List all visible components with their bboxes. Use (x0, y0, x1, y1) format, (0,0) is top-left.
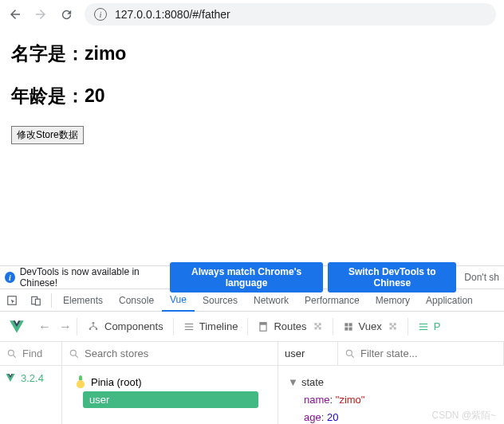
url-text: 127.0.0.1:8080/#/father (115, 8, 230, 21)
find-label: Find (22, 347, 42, 359)
vue-tab-components[interactable]: Components (77, 312, 173, 342)
page-content: 名字是：zimo 年龄是：20 修改Store数据 (0, 29, 504, 157)
svg-rect-14 (348, 327, 352, 330)
age-heading: 年龄是：20 (11, 84, 493, 108)
vue-back-button[interactable]: ← (38, 320, 51, 334)
tab-performance[interactable]: Performance (297, 289, 368, 312)
svg-point-20 (70, 350, 76, 355)
svg-rect-12 (348, 323, 352, 326)
switch-language-button[interactable]: Switch DevTools to Chinese (328, 262, 456, 292)
search-icon (345, 348, 356, 359)
selected-store-label: user (285, 347, 305, 359)
vue-tab-routes[interactable]: Routes (248, 312, 332, 342)
vuex-icon (343, 321, 354, 332)
apps-panel: 3.2.4 (0, 366, 62, 424)
address-bar[interactable]: i 127.0.0.1:8080/#/father (85, 3, 496, 26)
state-prop-name[interactable]: name: "zimo" (288, 391, 494, 409)
svg-line-19 (14, 355, 16, 357)
vue-tab-timeline[interactable]: Timeline (174, 312, 248, 342)
timeline-icon (183, 321, 195, 332)
svg-rect-13 (345, 327, 348, 330)
vue-version[interactable]: 3.2.4 (21, 372, 44, 384)
vue-forward-button[interactable]: → (59, 320, 72, 334)
plugin-icon (387, 321, 398, 332)
vue-version-icon (5, 372, 16, 383)
modify-store-button[interactable]: 修改Store数据 (11, 126, 84, 144)
svg-point-3 (93, 322, 95, 324)
svg-line-21 (76, 355, 78, 357)
device-toggle-icon[interactable] (30, 295, 41, 306)
stores-panel: Pinia (root) user (62, 366, 278, 424)
tab-elements[interactable]: Elements (55, 289, 111, 312)
svg-point-5 (96, 328, 98, 330)
pinia-tab-icon (418, 321, 429, 332)
vue-tab-pinia[interactable]: P (408, 312, 451, 342)
reload-button[interactable] (59, 7, 73, 22)
devtools-tabs: Elements Console Vue Sources Network Per… (0, 289, 504, 312)
vue-tab-vuex[interactable]: Vuex (333, 312, 408, 342)
tab-network[interactable]: Network (246, 289, 297, 312)
tab-application[interactable]: Application (418, 289, 481, 312)
name-heading: 名字是：zimo (11, 41, 493, 66)
notice-text: DevTools is now available in Chinese! (20, 266, 165, 289)
devtools-language-notice: i DevTools is now available in Chinese! … (0, 265, 504, 289)
vue-devtools-bar: ← → Components Timeline Routes Vuex P (0, 312, 504, 342)
components-icon (87, 320, 100, 333)
svg-rect-10 (260, 322, 266, 324)
info-icon: i (5, 272, 15, 283)
search-stores-input[interactable] (85, 347, 271, 359)
state-group[interactable]: ▼state (288, 374, 494, 391)
pinia-icon (75, 375, 86, 388)
svg-point-18 (8, 350, 14, 355)
back-button[interactable] (8, 7, 22, 22)
svg-line-23 (352, 355, 354, 357)
vue-logo-icon (8, 318, 26, 336)
selected-store-cell: user (278, 342, 338, 365)
filter-state-cell (338, 342, 504, 365)
always-match-button[interactable]: Always match Chrome's language (170, 262, 323, 292)
vue-devtools-panels: 3.2.4 Pinia (root) user ▼state name: "zi… (0, 366, 504, 424)
search-stores-cell (62, 342, 278, 365)
plugin-icon (312, 321, 323, 332)
pinia-root-item[interactable]: Pinia (root) (72, 374, 268, 390)
tab-sources[interactable]: Sources (195, 289, 246, 312)
dont-show-link[interactable]: Don't sh (461, 272, 499, 283)
collapse-triangle-icon[interactable]: ▼ (288, 376, 298, 388)
forward-button[interactable] (33, 7, 48, 22)
store-user-item[interactable]: user (83, 391, 258, 408)
search-icon (69, 348, 80, 359)
site-info-icon[interactable]: i (94, 8, 107, 21)
state-panel: ▼state name: "zimo" age: 20 (278, 366, 504, 424)
tab-memory[interactable]: Memory (368, 289, 418, 312)
tab-console[interactable]: Console (111, 289, 162, 312)
svg-point-22 (346, 350, 352, 355)
svg-rect-2 (35, 299, 40, 305)
inspect-icon[interactable] (6, 295, 18, 306)
search-row: Find user (0, 342, 504, 366)
vue-history-nav: ← → (33, 320, 77, 334)
svg-point-4 (89, 328, 92, 330)
filter-state-input[interactable] (360, 347, 497, 359)
svg-rect-11 (345, 323, 348, 326)
tab-vue[interactable]: Vue (162, 289, 195, 312)
state-prop-age[interactable]: age: 20 (288, 409, 494, 424)
browser-toolbar: i 127.0.0.1:8080/#/father (0, 0, 504, 29)
find-cell: Find (0, 342, 62, 365)
routes-icon (258, 321, 269, 332)
search-icon (6, 348, 18, 359)
